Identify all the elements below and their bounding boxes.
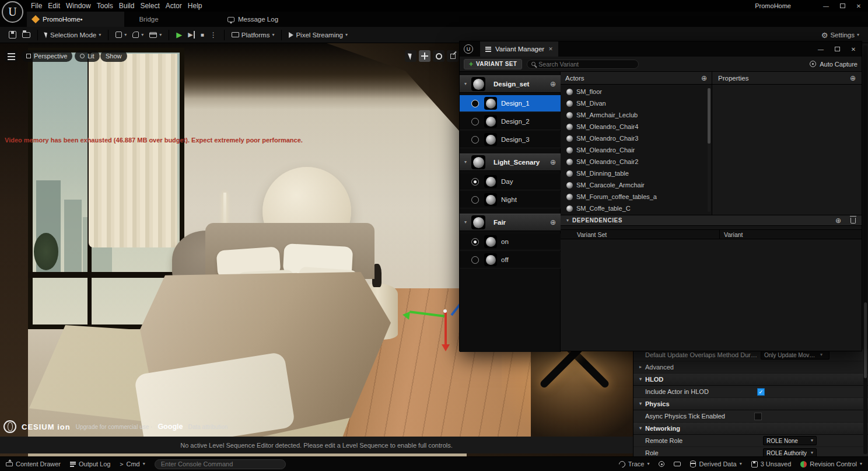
scale-tool-button[interactable]: [447, 50, 459, 62]
update-overlaps-dropdown[interactable]: Only Update Movable ▾: [761, 350, 830, 360]
variant-set-light-scenary[interactable]: ▾ Light_Scenary ⊕: [460, 153, 561, 171]
add-variant-icon[interactable]: ⊕: [550, 158, 556, 166]
platforms-dropdown[interactable]: Platforms ▾: [229, 28, 278, 42]
menu-select[interactable]: Select: [137, 0, 162, 12]
tab-close-icon[interactable]: ✕: [548, 46, 553, 52]
details-row-advanced[interactable]: ▸ Advanced: [634, 361, 868, 374]
actor-row[interactable]: SM_Coffe_table_C: [561, 203, 712, 214]
actor-row[interactable]: SM_Divan: [561, 97, 712, 109]
chevron-down-icon[interactable]: ▾: [464, 220, 467, 225]
variant-off[interactable]: off: [460, 252, 561, 268]
details-scrollbar[interactable]: [863, 46, 867, 454]
add-actor-icon[interactable]: ⊕: [701, 74, 707, 82]
play-options-kebab[interactable]: ⋮: [207, 28, 220, 42]
data-attribution-link[interactable]: Data attribution: [188, 424, 228, 430]
menu-build[interactable]: Build: [116, 0, 138, 12]
save-button[interactable]: [6, 28, 19, 42]
variant-manager-window[interactable]: U Variant Manager ✕ — ✕ + VARIANT SET Au…: [459, 41, 862, 351]
play-button[interactable]: ▶: [173, 28, 185, 42]
actor-row[interactable]: SM_Oleandro_Chair4: [561, 121, 712, 132]
delete-dependency-icon[interactable]: [850, 218, 856, 224]
details-category-hlod[interactable]: ▾ HLOD: [634, 374, 868, 386]
variant-radio[interactable]: [471, 136, 479, 144]
async-tick-checkbox[interactable]: [754, 413, 762, 420]
unsaved-button[interactable]: 3 Unsaved: [751, 460, 792, 467]
content-drawer-button[interactable]: Content Drawer: [6, 460, 61, 467]
tab-promohome[interactable]: PromoHome•: [27, 12, 124, 27]
variant-design-3[interactable]: Design_3: [460, 131, 561, 148]
window-maximize-button[interactable]: [834, 0, 850, 12]
derived-data-dropdown[interactable]: Derived Data ▾: [690, 460, 741, 467]
browse-content-button[interactable]: [19, 28, 33, 42]
actor-row[interactable]: SM_Oleandro_Chair3: [561, 132, 712, 144]
chevron-down-icon[interactable]: ▾: [464, 82, 467, 86]
variant-radio[interactable]: [471, 196, 479, 204]
menu-help[interactable]: Help: [185, 0, 205, 12]
add-variant-set-button[interactable]: + VARIANT SET: [464, 59, 522, 69]
variant-radio[interactable]: [471, 100, 479, 107]
move-tool-button[interactable]: [419, 50, 430, 62]
actors-scrollbar[interactable]: [708, 88, 710, 212]
variant-search-field[interactable]: [527, 60, 639, 69]
variant-manager-tab[interactable]: Variant Manager ✕: [480, 41, 558, 57]
show-dropdown[interactable]: Show: [100, 50, 127, 62]
auto-capture-button[interactable]: Auto Capture: [810, 61, 858, 68]
variant-on[interactable]: on: [460, 233, 561, 250]
console-input[interactable]: [155, 459, 286, 469]
pixel-streaming-dropdown[interactable]: Pixel Streaming ▾: [286, 28, 351, 42]
window-minimize-button[interactable]: —: [813, 41, 829, 57]
role-dropdown[interactable]: ROLE Authority ▾: [763, 448, 817, 456]
variant-set-fair[interactable]: ▾ Fair ⊕: [460, 214, 561, 231]
add-dependency-icon[interactable]: ⊕: [835, 217, 841, 225]
variant-radio[interactable]: [471, 238, 479, 246]
variant-radio[interactable]: [471, 118, 479, 125]
selection-mode-dropdown[interactable]: Selection Mode ▾: [42, 28, 104, 42]
dependencies-header[interactable]: ▾ DEPENDENCIES ⊕: [561, 215, 862, 226]
details-scrollbar-thumb[interactable]: [864, 302, 867, 378]
unreal-logo[interactable]: U: [2, 1, 23, 23]
perspective-dropdown[interactable]: Perspective: [21, 50, 72, 62]
add-variant-icon[interactable]: ⊕: [550, 80, 556, 88]
variant-night[interactable]: Night: [460, 191, 561, 208]
actor-row[interactable]: SM_Forum_coffee_tables_a: [561, 191, 712, 203]
tab-bridge[interactable]: Bridge: [124, 12, 173, 27]
rotate-tool-button[interactable]: [433, 50, 444, 62]
output-log-button[interactable]: Output Log: [70, 460, 110, 467]
column-variant-set[interactable]: Variant Set: [577, 231, 607, 238]
quick-add-dropdown[interactable]: ▾: [113, 28, 130, 42]
actor-row[interactable]: SM_floor: [561, 86, 712, 97]
menu-edit[interactable]: Edit: [45, 0, 63, 12]
revision-control-dropdown[interactable]: Revision Control ▾: [800, 460, 862, 467]
variant-manager-titlebar[interactable]: U Variant Manager ✕ — ✕: [460, 41, 862, 57]
actor-row[interactable]: SM_Oleandro_Chair2: [561, 156, 712, 168]
actors-scrollbar-thumb[interactable]: [708, 88, 710, 144]
variant-radio[interactable]: [471, 178, 479, 186]
variant-design-1[interactable]: Design_1: [460, 95, 561, 112]
stop-button[interactable]: ■: [198, 28, 207, 42]
actor-row[interactable]: SM_Oleandro_Chair: [561, 144, 712, 156]
window-close-button[interactable]: ✕: [850, 0, 867, 12]
cmd-dropdown[interactable]: > Cmd ▾: [120, 460, 145, 467]
column-variant[interactable]: Variant: [724, 231, 743, 238]
select-tool-button[interactable]: [405, 50, 416, 62]
window-maximize-button[interactable]: [829, 41, 845, 57]
window-close-button[interactable]: ✕: [845, 41, 862, 57]
menu-window[interactable]: Window: [63, 0, 94, 12]
details-category-physics[interactable]: ▾ Physics: [634, 398, 868, 410]
add-variant-icon[interactable]: ⊕: [550, 218, 556, 226]
include-hlod-checkbox[interactable]: ✓: [757, 388, 765, 396]
lit-dropdown[interactable]: Lit: [75, 50, 100, 62]
insights-button[interactable]: [659, 461, 664, 467]
gizmo-z-axis[interactable]: [444, 312, 447, 346]
trace-dropdown[interactable]: Trace ▾: [619, 460, 650, 467]
settings-dropdown[interactable]: ⚙ Settings ▾: [818, 28, 862, 42]
actor-row[interactable]: SM_Armchair_Leclub: [561, 109, 712, 121]
capture-button[interactable]: [674, 462, 681, 466]
chevron-down-icon[interactable]: ▾: [464, 160, 467, 165]
variant-set-design[interactable]: ▾ Design_set ⊕: [460, 75, 561, 93]
viewport-options-button[interactable]: [5, 51, 18, 62]
menu-tools[interactable]: Tools: [94, 0, 116, 12]
menu-file[interactable]: File: [28, 0, 45, 12]
cinematics-dropdown[interactable]: ▾: [146, 28, 164, 42]
actor-row[interactable]: SM_Caracole_Armchair: [561, 179, 712, 191]
